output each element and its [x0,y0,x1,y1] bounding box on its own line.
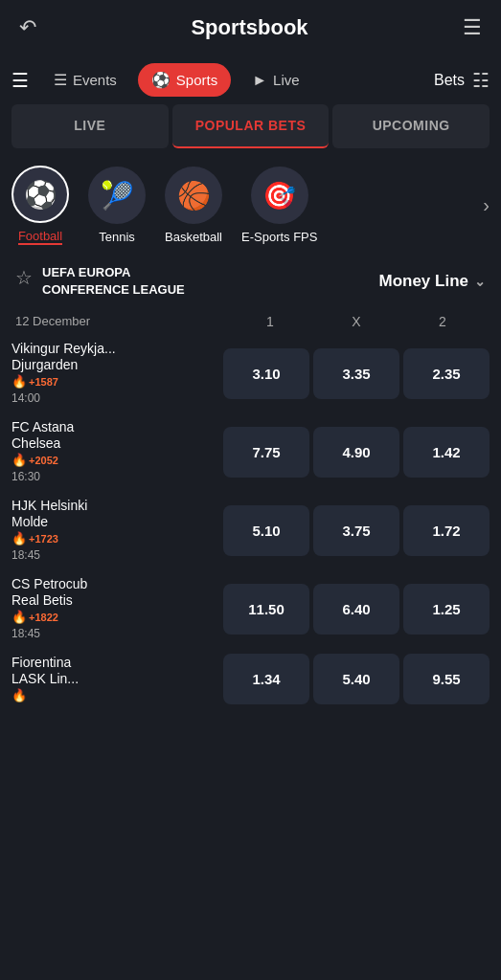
table-row: CS Petrocub Real Betis 🔥 +1822 18:45 11.… [11,572,490,645]
app-title: Sportsbook [191,15,307,40]
league-name: UEFA EUROPA CONFERENCE LEAGUE [42,264,215,299]
sport-basketball[interactable]: 🏀 Basketball [165,167,222,244]
col-header-1: 1 [227,314,313,329]
league-left: ☆ UEFA EUROPA CONFERENCE LEAGUE [15,264,215,299]
odds-btn-2-x[interactable]: 4.90 [313,427,399,478]
nav-bets-label[interactable]: Bets [434,72,465,89]
match-badge-1: 🔥 +1587 [11,374,219,389]
football-circle: ⚽ [11,166,69,223]
esports-circle: 🎯 [251,167,308,224]
nav-bets-group: Bets ☷ [434,69,490,92]
col-header-2: 2 [399,314,486,329]
match-time-1: 14:00 [11,391,40,405]
football-label: Football [18,229,62,245]
sport-football[interactable]: ⚽ Football [11,166,69,245]
sports-arrow-icon[interactable]: › [483,194,490,216]
nav-hamburger-icon[interactable]: ☰ [11,69,29,92]
match-info-5: Fiorentina LASK Lin... 🔥 [11,651,219,706]
team1-name: Fiorentina [11,655,219,670]
badge-value: +1822 [29,612,58,623]
basketball-label: Basketball [165,230,222,244]
tennis-label: Tennis [99,230,135,244]
nav-sports-label: Sports [176,72,217,88]
table-row: Vikingur Reykja... Djurgarden 🔥 +1587 14… [11,337,490,410]
match-info-1: Vikingur Reykja... Djurgarden 🔥 +1587 14… [11,337,219,410]
team1-name: HJK Helsinki [11,498,219,513]
tennis-circle: 🎾 [88,167,146,224]
chevron-down-icon: ⌄ [474,274,486,289]
fire-icon: 🔥 [11,688,27,702]
sports-icon: ⚽ [151,71,171,89]
odds-btn-1-2[interactable]: 2.35 [403,348,490,399]
match-info-4: CS Petrocub Real Betis 🔥 +1822 18:45 [11,572,219,645]
tab-bar: LIVE POPULAR BETS UPCOMING [0,104,501,148]
odds-btn-1-x[interactable]: 3.35 [313,348,399,399]
team1-name: CS Petrocub [11,576,219,591]
odds-btn-3-x[interactable]: 3.75 [313,505,399,556]
odds-btn-1-1[interactable]: 3.10 [223,348,309,399]
tab-upcoming[interactable]: UPCOMING [332,104,490,148]
badge-value: +1723 [29,533,58,545]
column-headers: 12 December 1 X 2 [0,310,501,337]
nav-item-sports[interactable]: ⚽ Sports [138,63,231,97]
match-badge-3: 🔥 +1723 [11,531,219,546]
table-row: Fiorentina LASK Lin... 🔥 1.34 5.40 9.55 [11,651,490,706]
odds-btn-4-2[interactable]: 1.25 [403,584,490,635]
team2-name: Molde [11,514,219,529]
odds-btn-2-2[interactable]: 1.42 [403,427,490,478]
fire-icon: 🔥 [11,610,27,624]
match-time-4: 18:45 [11,627,40,640]
sport-tennis[interactable]: 🎾 Tennis [88,167,146,244]
table-row: HJK Helsinki Molde 🔥 +1723 18:45 5.10 3.… [11,494,490,567]
menu-button[interactable]: ☰ [463,15,482,40]
match-teams-2: FC Astana Chelsea [11,419,219,451]
match-info-3: HJK Helsinki Molde 🔥 +1723 18:45 [11,494,219,567]
sports-categories: ⚽ Football 🎾 Tennis 🏀 Basketball 🎯 E-Spo… [0,150,501,253]
odds-btn-5-x[interactable]: 5.40 [313,654,399,704]
fire-icon: 🔥 [11,453,27,467]
match-badge-4: 🔥 +1822 [11,610,219,624]
match-info-2: FC Astana Chelsea 🔥 +2052 16:30 [11,415,219,488]
badge-value: +2052 [29,455,58,466]
matches-list: Vikingur Reykja... Djurgarden 🔥 +1587 14… [0,337,501,718]
money-line-label: Money Line [378,272,468,291]
tab-popular-bets[interactable]: POPULAR BETS [172,104,330,148]
fire-icon: 🔥 [11,374,27,389]
nav-events-label: Events [73,72,117,88]
team1-name: Vikingur Reykja... [11,341,219,356]
odds-btn-2-1[interactable]: 7.75 [223,427,309,478]
bets-icon[interactable]: ☷ [472,69,490,92]
nav-live-label: Live [273,72,300,88]
odds-btn-5-1[interactable]: 1.34 [223,654,309,704]
team2-name: Real Betis [11,592,219,608]
nav-bar: ☰ ☰ Events ⚽ Sports ► Live Bets ☷ [0,56,501,104]
sport-esports[interactable]: 🎯 E-Sports FPS [241,167,317,244]
back-button[interactable]: ↶ [19,15,36,40]
tab-live[interactable]: LIVE [11,104,169,148]
table-row: FC Astana Chelsea 🔥 +2052 16:30 7.75 4.9… [11,415,490,488]
nav-item-live[interactable]: ► Live [239,64,312,97]
odds-btn-4-x[interactable]: 6.40 [313,584,399,635]
col-header-x: X [313,314,399,329]
odds-btn-4-1[interactable]: 11.50 [223,584,309,635]
favorite-star-icon[interactable]: ☆ [15,266,33,289]
match-time-2: 16:30 [11,470,40,483]
match-teams-1: Vikingur Reykja... Djurgarden [11,341,219,372]
league-header: ☆ UEFA EUROPA CONFERENCE LEAGUE Money Li… [0,253,501,310]
basketball-circle: 🏀 [165,167,222,224]
odds-btn-5-2[interactable]: 9.55 [403,654,490,704]
match-teams-4: CS Petrocub Real Betis [11,576,219,608]
app-header: ↶ Sportsbook ☰ [0,0,501,56]
match-date: 12 December [15,314,227,329]
esports-label: E-Sports FPS [241,230,317,244]
odds-btn-3-1[interactable]: 5.10 [223,505,309,556]
odds-btn-3-2[interactable]: 1.72 [403,505,490,556]
nav-item-events[interactable]: ☰ Events [40,63,130,97]
events-icon: ☰ [54,71,67,89]
team1-name: FC Astana [11,419,219,434]
match-badge-5: 🔥 [11,688,219,702]
match-badge-2: 🔥 +2052 [11,453,219,467]
team2-name: Djurgarden [11,357,219,372]
money-line-button[interactable]: Money Line ⌄ [378,272,486,291]
match-teams-3: HJK Helsinki Molde [11,498,219,529]
